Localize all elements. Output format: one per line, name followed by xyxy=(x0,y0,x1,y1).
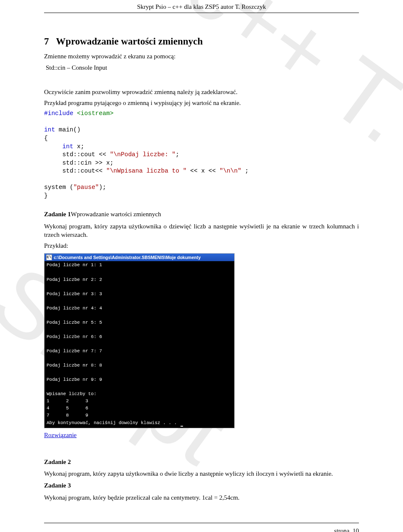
zadanie-2-title: Zadanie 2 xyxy=(44,459,71,465)
console-line: Podaj liczbe nr 1: 1 xyxy=(47,262,102,267)
zadanie-3-title: Zadanie 3 xyxy=(44,482,71,489)
footer-page-number: 10 xyxy=(353,527,359,532)
zadanie-1-suffix: Wprowadzanie wartości zmiennych xyxy=(71,211,161,218)
zadanie-2-body: Wykonaj program, który zapyta użytkownik… xyxy=(44,469,359,478)
intro-4: Przykład programu pytającego o zmienną i… xyxy=(44,99,359,107)
console-titlebar: C\ c:\Documents and Settings\Administrat… xyxy=(44,254,234,261)
console-line: 4 5 6 xyxy=(47,406,88,411)
code-string: "\nWpisana liczba to " xyxy=(106,168,186,174)
header-rule xyxy=(44,13,359,13)
console-line: Podaj liczbe nr 3: 3 xyxy=(47,291,102,296)
zadanie-1-title-line: Zadanie 1Wprowadzanie wartości zmiennych xyxy=(44,210,359,218)
zadanie-3-body: Wykonaj program, który będzie przeliczał… xyxy=(44,493,359,502)
example-label: Przykład: xyxy=(44,241,359,250)
zadanie-3-title-line: Zadanie 3 xyxy=(44,481,359,490)
section-title-text: Wprowadzanie wartości zmiennych xyxy=(56,36,203,47)
console-line: Podaj liczbe nr 7: 7 xyxy=(47,349,102,354)
console-line: 1 2 3 xyxy=(47,398,88,404)
code-text: { xyxy=(44,135,48,142)
code-string: "\n\n" xyxy=(220,168,241,174)
code-keyword: #include xyxy=(44,110,73,117)
footer-rule xyxy=(44,523,359,523)
cmd-icon: C\ xyxy=(46,254,52,260)
footer-label: strona xyxy=(334,527,350,532)
code-text: x; xyxy=(73,143,84,150)
section-heading: 7 Wprowadzanie wartości zmiennych xyxy=(44,35,359,48)
code-keyword: int xyxy=(44,126,55,133)
rozwiazanie-link[interactable]: Rozwiązanie xyxy=(44,432,76,438)
code-string: "\nPodaj liczbe: " xyxy=(110,151,176,158)
console-line: Podaj liczbe nr 6: 6 xyxy=(47,334,102,339)
intro-1: Zmienne możemy wprowadzić z ekranu za po… xyxy=(44,52,359,60)
code-text: std::cin >> x; xyxy=(44,160,113,166)
page: Skrypt c++ T. Roszczyk Skrypt Psio – c++… xyxy=(0,0,403,532)
console-line: Aby kontynuować, naciśnij dowolny klawis… xyxy=(47,420,180,425)
console-title: c:\Documents and Settings\Administrator.… xyxy=(54,254,201,261)
page-header: Skrypt Psio – c++ dla klas ZSP5 autor T.… xyxy=(44,0,359,11)
code-text: << x << xyxy=(186,168,219,174)
code-text: ); xyxy=(99,184,106,191)
code-text: std::cout << xyxy=(44,151,110,158)
rozwiazanie-link-line: Rozwiązanie xyxy=(44,431,359,439)
console-window: C\ c:\Documents and Settings\Administrat… xyxy=(44,253,235,428)
console-line: Podaj liczbe nr 4: 4 xyxy=(47,306,102,311)
intro-3: Oczywiście zanim pozwolimy wprowadzić zm… xyxy=(44,88,359,96)
section-number: 7 xyxy=(44,36,49,47)
console-body: Podaj liczbe nr 1: 1 Podaj liczbe nr 2: … xyxy=(44,261,234,427)
code-text: ; xyxy=(175,151,179,158)
code-text: ; xyxy=(241,168,249,174)
intro-2: Std::cin – Console Input xyxy=(46,63,359,72)
console-line: Podaj liczbe nr 9: 9 xyxy=(47,377,102,382)
code-text: } xyxy=(44,192,48,199)
zadanie-1-body: Wykonaj program, który zapyta użytkownik… xyxy=(44,222,359,239)
console-line: Podaj liczbe nr 5: 5 xyxy=(47,320,102,325)
code-text: system ( xyxy=(44,184,73,191)
console-line: 7 8 9 xyxy=(47,413,88,418)
console-line: Podaj liczbe nr 2: 2 xyxy=(47,277,102,282)
code-text: main() xyxy=(55,126,81,133)
page-footer: strona 10 xyxy=(44,527,359,532)
cursor-icon xyxy=(181,426,183,427)
zadanie-1-title: Zadanie 1 xyxy=(44,211,71,218)
code-include: <iostream> xyxy=(73,110,114,117)
code-keyword: int xyxy=(44,143,73,150)
code-string: "pause" xyxy=(73,184,99,191)
console-line: Wpisane liczby to: xyxy=(47,391,97,396)
console-line: Podaj liczbe nr 8: 8 xyxy=(47,363,102,368)
code-text: std::cout<< xyxy=(44,168,106,174)
code-example: #include <iostream> int main() { int x; … xyxy=(44,110,359,200)
zadanie-2-title-line: Zadanie 2 xyxy=(44,458,359,466)
